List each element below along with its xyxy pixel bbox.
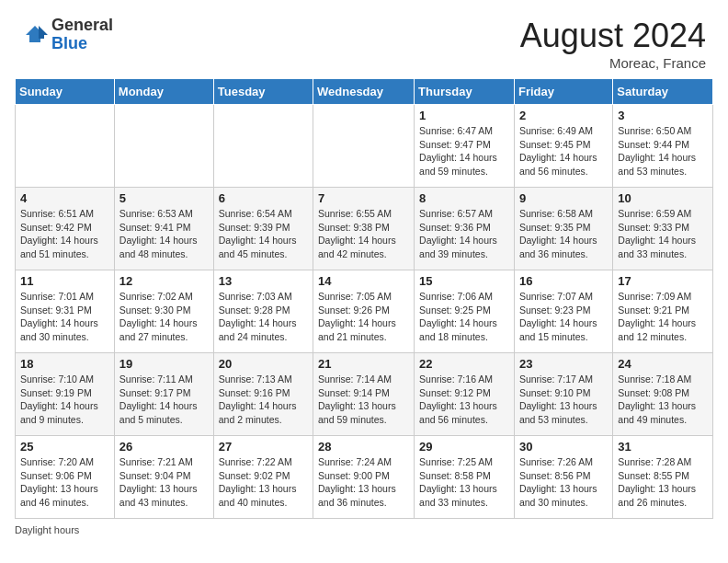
day-info: Sunrise: 7:21 AM Sunset: 9:04 PM Dayligh… <box>119 455 209 510</box>
day-info: Sunrise: 7:07 AM Sunset: 9:23 PM Dayligh… <box>519 290 608 344</box>
day-number: 30 <box>519 440 608 454</box>
day-info: Sunrise: 7:06 AM Sunset: 9:25 PM Dayligh… <box>419 290 509 344</box>
logo: General Blue <box>22 17 113 53</box>
day-number: 5 <box>119 191 209 205</box>
day-info: Sunrise: 7:20 AM Sunset: 9:06 PM Dayligh… <box>20 455 109 510</box>
day-number: 25 <box>20 440 109 454</box>
svg-marker-1 <box>39 26 48 39</box>
day-info: Sunrise: 6:49 AM Sunset: 9:45 PM Dayligh… <box>519 124 608 178</box>
day-info: Sunrise: 7:25 AM Sunset: 8:58 PM Dayligh… <box>419 455 509 510</box>
day-number: 19 <box>119 357 209 371</box>
day-info: Sunrise: 7:01 AM Sunset: 9:31 PM Dayligh… <box>20 290 109 344</box>
day-number: 23 <box>519 357 608 371</box>
day-info: Sunrise: 6:53 AM Sunset: 9:41 PM Dayligh… <box>119 207 209 261</box>
calendar-cell: 3 Sunrise: 6:50 AM Sunset: 9:44 PM Dayli… <box>613 105 713 188</box>
day-info: Sunrise: 6:57 AM Sunset: 9:36 PM Dayligh… <box>419 207 509 261</box>
day-number: 3 <box>618 109 708 122</box>
calendar-cell: 24 Sunrise: 7:18 AM Sunset: 9:08 PM Dayl… <box>613 353 713 436</box>
day-info: Sunrise: 7:03 AM Sunset: 9:28 PM Dayligh… <box>219 290 308 344</box>
day-number: 2 <box>519 109 608 122</box>
calendar-cell: 20 Sunrise: 7:13 AM Sunset: 9:16 PM Dayl… <box>213 353 313 436</box>
day-info: Sunrise: 7:28 AM Sunset: 8:55 PM Dayligh… <box>618 455 708 510</box>
calendar-cell <box>313 105 415 188</box>
calendar-cell: 12 Sunrise: 7:02 AM Sunset: 9:30 PM Dayl… <box>114 270 213 353</box>
location: Moreac, France <box>520 55 706 71</box>
day-of-week-monday: Monday <box>114 79 213 105</box>
calendar-cell: 1 Sunrise: 6:47 AM Sunset: 9:47 PM Dayli… <box>415 105 515 188</box>
calendar-cell: 15 Sunrise: 7:06 AM Sunset: 9:25 PM Dayl… <box>415 270 515 353</box>
day-info: Sunrise: 7:13 AM Sunset: 9:16 PM Dayligh… <box>219 373 308 427</box>
day-number: 21 <box>318 357 409 371</box>
day-info: Sunrise: 6:59 AM Sunset: 9:33 PM Dayligh… <box>618 207 708 261</box>
calendar-week-0: 1 Sunrise: 6:47 AM Sunset: 9:47 PM Dayli… <box>16 105 713 188</box>
day-number: 31 <box>618 440 708 454</box>
calendar-cell: 21 Sunrise: 7:14 AM Sunset: 9:14 PM Dayl… <box>313 353 415 436</box>
day-number: 12 <box>119 274 209 288</box>
day-info: Sunrise: 7:10 AM Sunset: 9:19 PM Dayligh… <box>20 373 109 427</box>
calendar-cell: 11 Sunrise: 7:01 AM Sunset: 9:31 PM Dayl… <box>16 270 115 353</box>
day-number: 15 <box>419 274 509 288</box>
calendar-cell: 9 Sunrise: 6:58 AM Sunset: 9:35 PM Dayli… <box>514 188 612 270</box>
day-info: Sunrise: 6:58 AM Sunset: 9:35 PM Dayligh… <box>519 207 608 261</box>
calendar-cell: 4 Sunrise: 6:51 AM Sunset: 9:42 PM Dayli… <box>16 188 115 270</box>
title-section: August 2024 Moreac, France <box>520 17 706 71</box>
day-info: Sunrise: 7:18 AM Sunset: 9:08 PM Dayligh… <box>618 373 708 427</box>
day-number: 17 <box>618 274 708 288</box>
day-info: Sunrise: 6:47 AM Sunset: 9:47 PM Dayligh… <box>419 124 509 178</box>
calendar-week-3: 18 Sunrise: 7:10 AM Sunset: 9:19 PM Dayl… <box>16 353 713 436</box>
calendar-cell: 2 Sunrise: 6:49 AM Sunset: 9:45 PM Dayli… <box>514 105 612 188</box>
day-number: 6 <box>219 191 308 205</box>
calendar-cell: 6 Sunrise: 6:54 AM Sunset: 9:39 PM Dayli… <box>213 188 313 270</box>
day-number: 20 <box>219 357 308 371</box>
day-number: 7 <box>318 191 409 205</box>
calendar-cell: 30 Sunrise: 7:26 AM Sunset: 8:56 PM Dayl… <box>514 436 612 519</box>
day-of-week-tuesday: Tuesday <box>213 79 313 105</box>
calendar-cell: 25 Sunrise: 7:20 AM Sunset: 9:06 PM Dayl… <box>16 436 115 519</box>
calendar-cell: 26 Sunrise: 7:21 AM Sunset: 9:04 PM Dayl… <box>114 436 213 519</box>
calendar-cell: 7 Sunrise: 6:55 AM Sunset: 9:38 PM Dayli… <box>313 188 415 270</box>
logo-general: General <box>51 16 113 34</box>
calendar-cell <box>213 105 313 188</box>
day-number: 14 <box>318 274 409 288</box>
day-info: Sunrise: 7:16 AM Sunset: 9:12 PM Dayligh… <box>419 373 509 427</box>
day-of-week-sunday: Sunday <box>16 79 115 105</box>
day-of-week-thursday: Thursday <box>415 79 515 105</box>
day-number: 8 <box>419 191 509 205</box>
day-number: 27 <box>219 440 308 454</box>
day-info: Sunrise: 7:14 AM Sunset: 9:14 PM Dayligh… <box>318 373 409 427</box>
calendar-cell: 19 Sunrise: 7:11 AM Sunset: 9:17 PM Dayl… <box>114 353 213 436</box>
day-info: Sunrise: 7:09 AM Sunset: 9:21 PM Dayligh… <box>618 290 708 344</box>
day-info: Sunrise: 7:11 AM Sunset: 9:17 PM Dayligh… <box>119 373 209 427</box>
day-number: 10 <box>618 191 708 205</box>
calendar-week-2: 11 Sunrise: 7:01 AM Sunset: 9:31 PM Dayl… <box>16 270 713 353</box>
day-of-week-friday: Friday <box>514 79 612 105</box>
day-number: 11 <box>20 274 109 288</box>
calendar-cell: 8 Sunrise: 6:57 AM Sunset: 9:36 PM Dayli… <box>415 188 515 270</box>
header: General Blue August 2024 Moreac, France <box>0 0 728 78</box>
calendar-cell: 17 Sunrise: 7:09 AM Sunset: 9:21 PM Dayl… <box>613 270 713 353</box>
calendar-week-1: 4 Sunrise: 6:51 AM Sunset: 9:42 PM Dayli… <box>16 188 713 270</box>
logo-icon <box>22 22 48 48</box>
day-info: Sunrise: 6:55 AM Sunset: 9:38 PM Dayligh… <box>318 207 409 261</box>
day-info: Sunrise: 7:05 AM Sunset: 9:26 PM Dayligh… <box>318 290 409 344</box>
calendar-cell: 18 Sunrise: 7:10 AM Sunset: 9:19 PM Dayl… <box>16 353 115 436</box>
footer: Daylight hours <box>0 519 728 541</box>
day-info: Sunrise: 6:54 AM Sunset: 9:39 PM Dayligh… <box>219 207 308 261</box>
month-year: August 2024 <box>520 17 706 55</box>
calendar-header-row: SundayMondayTuesdayWednesdayThursdayFrid… <box>16 79 713 105</box>
calendar-cell: 29 Sunrise: 7:25 AM Sunset: 8:58 PM Dayl… <box>415 436 515 519</box>
day-number: 29 <box>419 440 509 454</box>
calendar-cell: 14 Sunrise: 7:05 AM Sunset: 9:26 PM Dayl… <box>313 270 415 353</box>
day-info: Sunrise: 7:24 AM Sunset: 9:00 PM Dayligh… <box>318 455 409 510</box>
calendar-cell: 5 Sunrise: 6:53 AM Sunset: 9:41 PM Dayli… <box>114 188 213 270</box>
calendar-cell <box>16 105 115 188</box>
calendar-cell: 31 Sunrise: 7:28 AM Sunset: 8:55 PM Dayl… <box>613 436 713 519</box>
day-number: 24 <box>618 357 708 371</box>
day-number: 13 <box>219 274 308 288</box>
day-info: Sunrise: 7:02 AM Sunset: 9:30 PM Dayligh… <box>119 290 209 344</box>
day-number: 18 <box>20 357 109 371</box>
day-info: Sunrise: 7:17 AM Sunset: 9:10 PM Dayligh… <box>519 373 608 427</box>
day-of-week-wednesday: Wednesday <box>313 79 415 105</box>
day-number: 9 <box>519 191 608 205</box>
calendar-cell: 13 Sunrise: 7:03 AM Sunset: 9:28 PM Dayl… <box>213 270 313 353</box>
